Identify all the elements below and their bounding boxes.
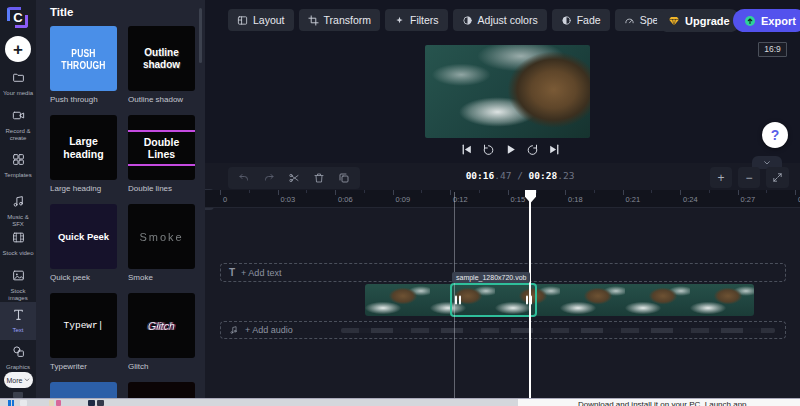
template-thumbnail: Quick Peek (50, 204, 117, 269)
ruler-minor-tick (594, 190, 595, 193)
ruler-tick (278, 190, 279, 195)
record-icon (12, 109, 25, 122)
template-quick-peek[interactable]: Quick PeekQuick peek (50, 204, 117, 282)
undo-button[interactable] (238, 172, 250, 184)
ruler-tick (680, 190, 681, 195)
zoom-fit-button[interactable] (766, 167, 789, 188)
text-track-icon: T (229, 267, 235, 278)
ruler-tick (393, 190, 394, 195)
zoom-out-button[interactable]: − (738, 167, 760, 188)
play-icon (504, 143, 517, 156)
sidebar-item-record-create[interactable]: Record & create (0, 106, 36, 144)
ruler-tick-label: 0:15 (511, 195, 526, 204)
undo-icon (238, 172, 250, 184)
ruler-tick (450, 190, 451, 195)
add-audio-track[interactable]: + Add audio (220, 321, 786, 339)
template-thumbnail (128, 382, 195, 398)
ruler-tick (220, 190, 221, 195)
music-icon (12, 195, 25, 208)
text-icon (12, 308, 25, 321)
aspect-ratio-badge: 16:9 (758, 42, 787, 57)
taskbar-icon[interactable] (88, 400, 95, 406)
ruler-minor-tick (479, 190, 480, 193)
jump-back-button[interactable] (482, 143, 495, 156)
windows-start-icon[interactable] (8, 400, 14, 406)
template-push-through[interactable]: PUSH THROUGHPush through (50, 26, 117, 104)
taskbar-icon[interactable] (56, 400, 61, 406)
trim-handle-left[interactable] (455, 296, 461, 305)
split-button[interactable] (288, 172, 300, 184)
ruler-tick-label: 0:18 (568, 195, 583, 204)
sidebar-item-stock-images[interactable]: Stock images (0, 266, 36, 304)
ruler-minor-tick (651, 190, 652, 193)
redo-button[interactable] (263, 172, 275, 184)
delete-button[interactable] (313, 172, 325, 184)
ruler-minor-tick (421, 190, 422, 193)
ruler-tick-label: 0:06 (338, 195, 353, 204)
template-large-heading[interactable]: Large headingLarge heading (50, 115, 117, 193)
adjust-colors-button[interactable]: Adjust colors (453, 9, 547, 31)
template-glitch[interactable]: GlitchGlitch (128, 293, 195, 371)
template-label: Push through (50, 95, 117, 104)
template-thumbnail: Outline shadow (128, 26, 195, 91)
duplicate-button[interactable] (338, 172, 350, 184)
template-preview-text: Smoke (139, 231, 183, 243)
template-smoke[interactable]: SmokeSmoke (128, 204, 195, 282)
create-new-button[interactable]: + (5, 36, 31, 62)
export-button[interactable]: Export (733, 9, 800, 32)
transform-button[interactable]: Transform (299, 9, 380, 31)
ruler-tick (623, 190, 624, 195)
template-double-lines[interactable]: Double LinesDouble lines (128, 115, 195, 193)
jump-back-icon (482, 143, 495, 156)
jump-forward-button[interactable] (526, 143, 539, 156)
sidebar-item-templates[interactable]: Templates (0, 150, 36, 181)
redo-icon (263, 172, 275, 184)
template-thumbnail: Typewr| (50, 293, 117, 358)
timeline-ruler[interactable]: 00:030:060:090:120:150:180:210:240:270:3… (205, 190, 800, 208)
play-button[interactable] (504, 143, 517, 156)
ruler-minor-tick (709, 190, 710, 193)
zoom-in-button[interactable]: + (710, 167, 732, 188)
taskbar-icon[interactable] (49, 400, 54, 406)
more-button[interactable]: More (4, 372, 33, 388)
sidebar-item-stock-video[interactable]: Stock video (0, 228, 36, 259)
clipchamp-logo: C (7, 7, 29, 29)
fade-icon (561, 15, 572, 26)
video-preview[interactable] (425, 45, 590, 138)
ruler-minor-tick (364, 190, 365, 193)
music-note-icon (229, 325, 239, 335)
transport-controls (445, 139, 575, 159)
sidebar-item-music-sfx[interactable]: Music & SFX (0, 192, 36, 230)
upgrade-button[interactable]: Upgrade (657, 9, 741, 32)
filters-button[interactable]: Filters (385, 9, 448, 31)
template-outline-shadow[interactable]: Outline shadowOutline shadow (128, 26, 195, 104)
sidebar-item-graphics[interactable]: Graphics (0, 342, 36, 373)
template-dark-red[interactable] (128, 382, 195, 398)
transform-icon (308, 15, 319, 26)
template-preview-text: Large heading (50, 135, 117, 161)
skip-end-button[interactable] (548, 143, 561, 156)
templates-icon (12, 153, 25, 166)
ruler-tick (795, 190, 796, 195)
template-preview-text: Typewr| (64, 320, 104, 331)
template-preview-text: Outline shadow (128, 47, 195, 71)
taskbar-icon[interactable] (97, 400, 104, 406)
chevron-down-icon (763, 159, 771, 167)
sidebar-item-text[interactable]: Text (0, 302, 36, 340)
fade-button[interactable]: Fade (552, 9, 610, 31)
taskbar-icon[interactable] (20, 400, 27, 406)
template-typewriter[interactable]: Typewr|Typewriter (50, 293, 117, 371)
graphics-icon (12, 345, 25, 358)
help-button[interactable]: ? (762, 122, 788, 148)
panel-scrollbar[interactable] (199, 8, 202, 63)
video-clip[interactable] (365, 284, 754, 316)
editor-header: LayoutTransformFiltersAdjust colorsFadeS… (205, 0, 800, 163)
layout-button[interactable]: Layout (228, 9, 294, 31)
skip-start-button[interactable] (460, 143, 473, 156)
fit-icon (772, 172, 783, 183)
ruler-tick (335, 190, 336, 195)
template-arc[interactable] (50, 382, 117, 398)
sidebar-item-your-media[interactable]: Your media (0, 68, 36, 99)
ruler-tick-label: 0:27 (741, 195, 756, 204)
selected-clip[interactable] (450, 283, 537, 317)
